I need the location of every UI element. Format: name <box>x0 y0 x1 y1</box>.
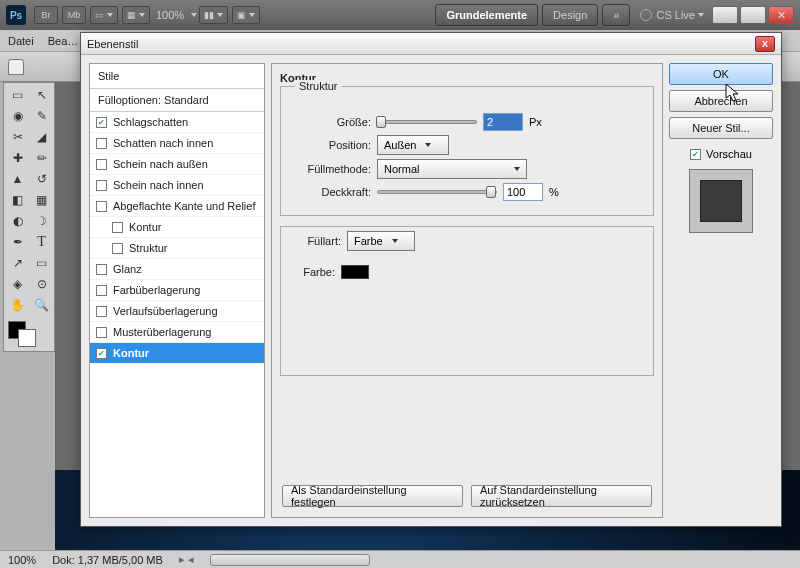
style-schlagschatten[interactable]: ✔Schlagschatten <box>90 112 264 133</box>
style-checkbox[interactable] <box>96 306 107 317</box>
opacity-slider[interactable] <box>377 190 497 194</box>
style-label: Kontur <box>129 221 161 233</box>
window-maximize[interactable]: ☐ <box>740 6 766 24</box>
cslive-menu[interactable]: CS Live <box>640 9 704 21</box>
gradient-tool[interactable]: ▦ <box>30 190 53 210</box>
opacity-label: Deckkraft: <box>291 186 371 198</box>
tool-palette: ▭↖ ◉✎ ✂◢ ✚✏ ▲↺ ◧▦ ◐☽ ✒T ↗▭ ◈⊙ ✋🔍 <box>3 82 55 352</box>
color-label: Farbe: <box>291 266 335 278</box>
stamp-tool[interactable]: ▲ <box>6 169 29 189</box>
workspace-more[interactable]: » <box>602 4 630 26</box>
workspace-grundelemente[interactable]: Grundelemente <box>435 4 538 26</box>
window-close[interactable]: ✕ <box>768 6 794 24</box>
style-checkbox[interactable] <box>96 159 107 170</box>
style-kontur[interactable]: Kontur <box>90 217 264 238</box>
blend-select[interactable]: Normal <box>377 159 527 179</box>
shape-tool[interactable]: ▭ <box>30 253 53 273</box>
crop-tool[interactable]: ✂ <box>6 127 29 147</box>
zoom-tool[interactable]: 🔍 <box>30 295 53 315</box>
blur-tool[interactable]: ◐ <box>6 211 29 231</box>
dodge-tool[interactable]: ☽ <box>30 211 53 231</box>
style-checkbox[interactable] <box>112 243 123 254</box>
status-doc[interactable]: Dok: 1,37 MB/5,00 MB <box>52 554 163 566</box>
style-checkbox[interactable]: ✔ <box>96 348 107 359</box>
style-schatten-nach-innen[interactable]: Schatten nach innen <box>90 133 264 154</box>
style-checkbox[interactable]: ✔ <box>96 117 107 128</box>
layer-style-dialog: Ebenenstil X Stile Fülloptionen: Standar… <box>80 32 782 527</box>
make-default-button[interactable]: Als Standardeinstellung festlegen <box>282 485 463 507</box>
lasso-tool[interactable]: ◉ <box>6 106 29 126</box>
style-glanz[interactable]: Glanz <box>90 259 264 280</box>
color-swatch[interactable] <box>341 265 369 279</box>
preview-checkbox[interactable]: ✔ <box>690 149 701 160</box>
mb-button[interactable]: Mb <box>62 6 86 24</box>
type-tool[interactable]: T <box>30 232 53 252</box>
eyedropper-tool[interactable]: ◢ <box>30 127 53 147</box>
size-unit: Px <box>529 116 542 128</box>
menu-datei[interactable]: Datei <box>8 35 34 47</box>
struct-label: Struktur <box>295 80 342 92</box>
filltype-select[interactable]: Farbe <box>347 231 415 251</box>
size-input[interactable] <box>483 113 523 131</box>
cancel-button[interactable]: Abbrechen <box>669 90 773 112</box>
reset-default-button[interactable]: Auf Standardeinstellung zurücksetzen <box>471 485 652 507</box>
style-schein-nach-innen[interactable]: Schein nach innen <box>90 175 264 196</box>
style-label: Kontur <box>113 347 149 359</box>
style-farb-berlagerung[interactable]: Farbüberlagerung <box>90 280 264 301</box>
arrange-dropdown[interactable]: ▮▮ <box>199 6 228 24</box>
br-button[interactable]: Br <box>34 6 58 24</box>
style-checkbox[interactable] <box>96 180 107 191</box>
style-checkbox[interactable] <box>96 138 107 149</box>
style-verlaufs-berlagerung[interactable]: Verlaufsüberlagerung <box>90 301 264 322</box>
3d-tool[interactable]: ◈ <box>6 274 29 294</box>
style-kontur[interactable]: ✔Kontur <box>90 343 264 364</box>
style-abgeflachte-kante-und-relief[interactable]: Abgeflachte Kante und Relief <box>90 196 264 217</box>
brush-tool[interactable]: ✏ <box>30 148 53 168</box>
blend-label: Füllmethode: <box>291 163 371 175</box>
opacity-input[interactable] <box>503 183 543 201</box>
zoom-level[interactable]: 100% <box>156 9 184 21</box>
style-checkbox[interactable] <box>112 222 123 233</box>
heal-tool[interactable]: ✚ <box>6 148 29 168</box>
size-slider[interactable] <box>377 120 477 124</box>
style-label: Schein nach innen <box>113 179 204 191</box>
hand-icon <box>8 59 24 75</box>
fill-options[interactable]: Fülloptionen: Standard <box>90 89 264 112</box>
style-label: Schein nach außen <box>113 158 208 170</box>
style-checkbox[interactable] <box>96 264 107 275</box>
position-select[interactable]: Außen <box>377 135 449 155</box>
style-checkbox[interactable] <box>96 201 107 212</box>
wand-tool[interactable]: ✎ <box>30 106 53 126</box>
path-tool[interactable]: ↗ <box>6 253 29 273</box>
window-minimize[interactable]: — <box>712 6 738 24</box>
style-schein-nach-au-en[interactable]: Schein nach außen <box>90 154 264 175</box>
style-label: Glanz <box>113 263 142 275</box>
preview-label: Vorschau <box>706 148 752 160</box>
h-scrollbar[interactable] <box>210 554 370 566</box>
color-swatches[interactable] <box>6 319 53 349</box>
style-label: Struktur <box>129 242 168 254</box>
extras-dropdown[interactable]: ▦ <box>122 6 150 24</box>
layout-dropdown[interactable]: ▭ <box>90 6 118 24</box>
hand-tool[interactable]: ✋ <box>6 295 29 315</box>
style-label: Farbüberlagerung <box>113 284 200 296</box>
ok-button[interactable]: OK <box>669 63 773 85</box>
camera-tool[interactable]: ⊙ <box>30 274 53 294</box>
menu-bearbeiten[interactable]: Bea… <box>48 35 79 47</box>
workspace-design[interactable]: Design <box>542 4 598 26</box>
pen-tool[interactable]: ✒ <box>6 232 29 252</box>
history-brush[interactable]: ↺ <box>30 169 53 189</box>
move-tool[interactable]: ▭ <box>6 85 29 105</box>
style-muster-berlagerung[interactable]: Musterüberlagerung <box>90 322 264 343</box>
screen-dropdown[interactable]: ▣ <box>232 6 260 24</box>
style-checkbox[interactable] <box>96 327 107 338</box>
status-zoom[interactable]: 100% <box>8 554 36 566</box>
new-style-button[interactable]: Neuer Stil... <box>669 117 773 139</box>
style-checkbox[interactable] <box>96 285 107 296</box>
style-label: Verlaufsüberlagerung <box>113 305 218 317</box>
eraser-tool[interactable]: ◧ <box>6 190 29 210</box>
style-struktur[interactable]: Struktur <box>90 238 264 259</box>
style-label: Musterüberlagerung <box>113 326 211 338</box>
marquee-tool[interactable]: ↖ <box>30 85 53 105</box>
dialog-close[interactable]: X <box>755 36 775 52</box>
